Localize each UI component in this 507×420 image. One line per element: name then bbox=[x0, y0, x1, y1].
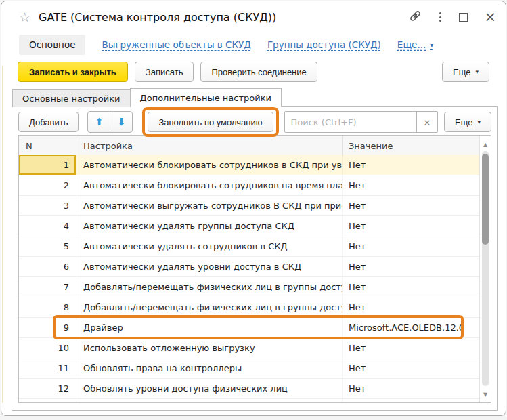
save-button[interactable]: Записать bbox=[135, 62, 194, 82]
cell-row-number: 3 bbox=[19, 196, 76, 215]
cell-setting: Автоматически удалять сотрудников в СКД bbox=[76, 236, 343, 256]
cell-value: Нет bbox=[343, 155, 480, 175]
cell-setting: Обновлять уровни доступа физических лиц … bbox=[76, 399, 343, 402]
cell-setting: Драйвер bbox=[76, 318, 343, 337]
cell-value: Нет bbox=[343, 216, 480, 236]
nav-item-main[interactable]: Основное bbox=[19, 35, 85, 55]
nav-link-unloaded-objects[interactable]: Выгруженные объекты в СКУД bbox=[102, 39, 250, 50]
tab-main-settings[interactable]: Основные настройки bbox=[12, 89, 131, 107]
cell-value: Нет bbox=[343, 196, 480, 215]
cell-row-number: 10 bbox=[19, 338, 76, 358]
table-header: N Настройка Значение bbox=[19, 136, 491, 156]
cell-row-number: 12 bbox=[19, 379, 76, 398]
copy-link-icon[interactable] bbox=[409, 9, 422, 24]
chevron-down-icon: ▾ bbox=[477, 119, 481, 125]
cell-setting: Добавлять/перемещать физических лиц в гр… bbox=[76, 277, 343, 297]
cell-value: Нет bbox=[343, 297, 480, 317]
table-row[interactable]: 4Автоматически удалять группы доступа СК… bbox=[19, 216, 480, 236]
table-more-button[interactable]: Еще ▾ bbox=[444, 112, 491, 132]
table-row[interactable]: 11Обновлять права на контроллерыНет bbox=[19, 358, 480, 379]
scroll-up-icon[interactable]: ▲ bbox=[480, 139, 491, 150]
table-row[interactable]: 3Автоматически выгружать сотрудников В С… bbox=[19, 196, 480, 216]
cell-row-number: 6 bbox=[19, 257, 76, 276]
cell-row-number: 7 bbox=[19, 277, 76, 297]
move-down-button[interactable]: ⬇ bbox=[110, 111, 133, 133]
search-box: × bbox=[284, 111, 439, 133]
close-icon[interactable]: × bbox=[484, 10, 496, 24]
cell-row-number: 11 bbox=[19, 358, 76, 378]
nav-link-access-groups[interactable]: Группы доступа (СКУД) bbox=[267, 39, 381, 50]
search-clear-icon[interactable]: × bbox=[416, 112, 437, 132]
command-bar: Записать и закрыть Записать Проверить со… bbox=[1, 60, 506, 84]
cell-setting: Автоматически удалять группы доступа СКД bbox=[76, 216, 343, 236]
add-button[interactable]: Добавить bbox=[18, 112, 79, 132]
more-actions-label: Еще bbox=[453, 67, 470, 77]
column-header-n[interactable]: N bbox=[19, 136, 76, 155]
more-actions-button[interactable]: Еще ▾ bbox=[442, 62, 489, 82]
chevron-down-icon: ▾ bbox=[475, 68, 479, 75]
cell-row-number: 9 bbox=[19, 318, 76, 337]
cell-setting: Автоматически блокировать сотрудников на… bbox=[76, 175, 343, 195]
cell-value: Microsoft.ACE.OLEDB.12.0 bbox=[343, 318, 480, 337]
save-and-close-button[interactable]: Записать и закрыть bbox=[18, 62, 128, 82]
table-row[interactable]: 12Обновлять уровни доступа физических ли… bbox=[19, 379, 480, 399]
cell-setting: Обновлять уровни доступа физических лиц bbox=[76, 379, 343, 398]
cell-value: Нет bbox=[343, 358, 480, 378]
cell-value: Нет bbox=[343, 338, 480, 358]
table-row[interactable]: 5Автоматически удалять сотрудников в СКД… bbox=[19, 236, 480, 257]
cell-value: Нет bbox=[343, 175, 480, 195]
cell-setting: Обновлять права на контроллеры bbox=[76, 358, 343, 378]
table-toolbar: Добавить ⬆ ⬇ Заполнить по умолчанию × Ещ… bbox=[18, 110, 491, 133]
check-connection-button[interactable]: Проверить соединение bbox=[200, 62, 317, 82]
nav-more-menu[interactable]: Еще... ▾ bbox=[397, 39, 433, 50]
app-window: ☆ GATE (Система контроля доступа (СКУД))… bbox=[1, 1, 506, 416]
table-more-label: Еще bbox=[455, 117, 472, 127]
cell-value: Нет bbox=[343, 236, 480, 256]
tab-additional-settings[interactable]: Дополнительные настройки bbox=[130, 88, 282, 107]
cell-setting: Автоматически удалять уровни доступа в С… bbox=[76, 257, 343, 276]
table-row[interactable]: 6Автоматически удалять уровни доступа в … bbox=[19, 257, 480, 277]
window-title: GATE (Система контроля доступа (СКУД)) bbox=[39, 11, 276, 24]
cell-setting: Использовать отложенную выгрузку bbox=[76, 338, 343, 358]
column-header-setting[interactable]: Настройка bbox=[76, 136, 343, 155]
cell-row-number: 13 bbox=[19, 399, 76, 402]
maximize-icon[interactable] bbox=[459, 13, 468, 22]
window-menu-icon[interactable] bbox=[438, 11, 443, 23]
cell-value: Нет bbox=[343, 277, 480, 297]
table-row[interactable]: 9ДрайверMicrosoft.ACE.OLEDB.12.0 bbox=[19, 318, 480, 338]
cell-row-number: 2 bbox=[19, 175, 76, 195]
chevron-down-icon: ▾ bbox=[430, 41, 433, 49]
arrow-down-icon: ⬇ bbox=[117, 116, 126, 128]
fill-default-highlight-box: Заполнить по умолчанию bbox=[142, 107, 278, 137]
cell-row-number: 1 bbox=[19, 155, 76, 175]
cell-value: Нет bbox=[343, 399, 480, 402]
window-left-accent bbox=[2, 66, 3, 403]
vertical-scrollbar[interactable]: ▲ ▼ bbox=[479, 136, 491, 402]
cell-setting: Добавлять/перемещать физических лиц в гр… bbox=[76, 297, 343, 317]
move-up-button[interactable]: ⬆ bbox=[87, 111, 110, 133]
table-body: 1Автоматически блокировать сотрудников в… bbox=[19, 155, 480, 402]
table-row[interactable]: 2Автоматически блокировать сотрудников н… bbox=[19, 175, 480, 196]
column-header-value[interactable]: Значение bbox=[343, 136, 491, 155]
table-row[interactable]: 13Обновлять уровни доступа физических ли… bbox=[19, 399, 480, 402]
cell-value: Нет bbox=[343, 379, 480, 398]
reorder-buttons: ⬆ ⬇ bbox=[87, 111, 133, 133]
cell-row-number: 8 bbox=[19, 297, 76, 317]
scrollbar-thumb[interactable] bbox=[482, 154, 489, 245]
table-row[interactable]: 8Добавлять/перемещать физических лиц в г… bbox=[19, 297, 480, 318]
title-bar: ☆ GATE (Система контроля доступа (СКУД))… bbox=[1, 1, 506, 33]
scroll-down-icon[interactable]: ▼ bbox=[480, 389, 491, 400]
fill-by-default-button[interactable]: Заполнить по умолчанию bbox=[148, 112, 273, 132]
cell-row-number: 4 bbox=[19, 216, 76, 236]
settings-tabs: Основные настройки Дополнительные настро… bbox=[12, 89, 282, 107]
table-row[interactable]: 7Добавлять/перемещать физических лиц в г… bbox=[19, 277, 480, 297]
nav-bar: Основное Выгруженные объекты в СКУД Груп… bbox=[1, 33, 506, 57]
cell-setting: Автоматически выгружать сотрудников В СК… bbox=[76, 196, 343, 215]
table-row[interactable]: 10Использовать отложенную выгрузкуНет bbox=[19, 338, 480, 358]
cell-setting: Автоматически блокировать сотрудников в … bbox=[76, 155, 343, 175]
arrow-up-icon: ⬆ bbox=[95, 116, 104, 128]
additional-settings-panel: Добавить ⬆ ⬇ Заполнить по умолчанию × Ещ… bbox=[12, 106, 498, 411]
table-row[interactable]: 1Автоматически блокировать сотрудников в… bbox=[19, 155, 480, 175]
favorite-star-icon[interactable]: ☆ bbox=[19, 11, 30, 24]
search-input[interactable] bbox=[285, 112, 417, 132]
